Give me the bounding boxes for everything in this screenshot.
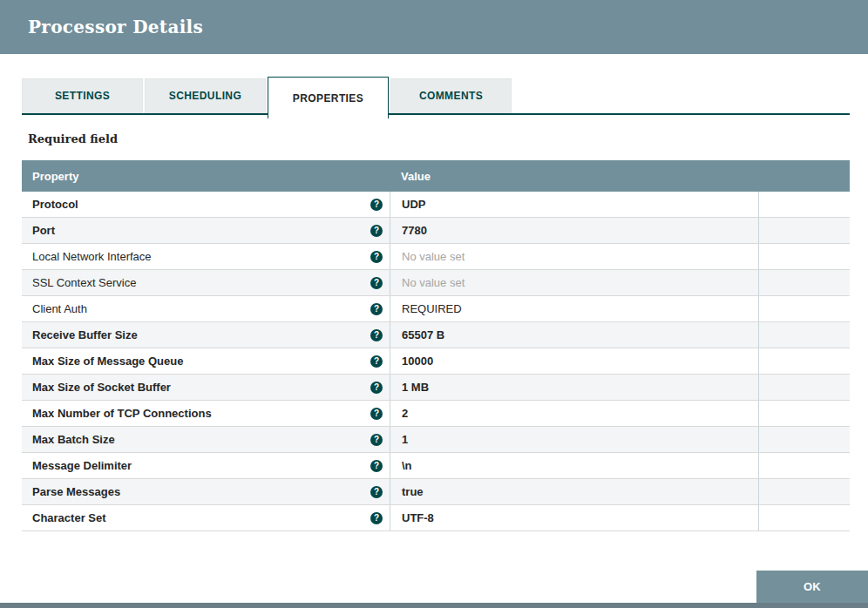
question-circle-icon[interactable]: ? [370,408,383,420]
property-extra-cell [758,296,850,321]
property-row: Parse Messages ? true [22,479,850,505]
property-row: Max Size of Message Queue ? 10000 [22,348,850,375]
property-extra-cell [758,427,850,452]
property-value-cell: true [390,479,758,504]
property-name-cell: Character Set ? [22,505,390,530]
property-name: Port [32,224,370,237]
property-row: Character Set ? UTF-8 [22,505,850,531]
property-name-cell: Protocol ? [22,192,390,217]
property-name-cell: Message Delimiter ? [22,453,390,478]
property-value-cell: 1 MB [390,375,758,400]
property-name: SSL Context Service [32,276,370,289]
property-extra-cell [758,479,850,504]
property-value-cell: REQUIRED [390,296,758,321]
question-circle-icon[interactable]: ? [370,460,383,472]
tab-properties[interactable]: PROPERTIES [268,77,389,118]
property-extra-cell [758,401,850,426]
tab-comments[interactable]: COMMENTS [390,78,512,113]
tab-bar: SETTINGS SCHEDULING PROPERTIES COMMENTS [22,77,850,118]
property-name: Max Number of TCP Connections [32,407,370,420]
tab-settings-label: SETTINGS [55,90,110,102]
question-circle-icon[interactable]: ? [370,329,383,341]
dialog-header: Processor Details [0,0,868,54]
property-value: 2 [402,407,408,420]
question-circle-icon[interactable]: ? [370,382,383,394]
property-extra-cell [758,348,850,374]
property-extra-cell [758,270,850,295]
property-name-cell: Client Auth ? [22,296,390,321]
property-row: Client Auth ? REQUIRED [22,296,850,322]
question-circle-icon[interactable]: ? [370,199,383,211]
property-value: UTF-8 [402,511,434,524]
tab-settings[interactable]: SETTINGS [22,78,143,113]
property-extra-cell [758,505,850,530]
property-value: 10000 [402,355,433,368]
property-value: No value set [402,250,465,263]
dialog-title: Processor Details [28,17,203,37]
property-extra-cell [758,192,850,217]
property-row: Local Network Interface ? No value set [22,244,850,270]
property-value-cell: UTF-8 [390,505,758,530]
property-row: Max Number of TCP Connections ? 2 [22,401,850,427]
property-row: SSL Context Service ? No value set [22,270,850,296]
property-name-cell: Port ? [22,218,390,243]
property-name: Max Size of Message Queue [32,355,370,368]
property-name: Receive Buffer Size [32,328,370,341]
property-value: 65507 B [402,328,444,341]
property-name: Client Auth [32,302,370,315]
processor-details-dialog: Processor Details SETTINGS SCHEDULING PR… [0,0,868,608]
property-value-cell: 1 [390,427,758,452]
property-value: 1 MB [402,381,429,394]
tabs: SETTINGS SCHEDULING PROPERTIES COMMENTS [22,77,850,118]
property-name-cell: Max Size of Message Queue ? [22,348,390,374]
ok-button[interactable]: OK [756,571,868,603]
property-value-cell: No value set [390,270,758,295]
required-field-note: Required field [28,132,118,145]
tab-properties-label: PROPERTIES [293,92,363,105]
property-name-cell: Receive Buffer Size ? [22,322,390,348]
property-name-cell: Parse Messages ? [22,479,390,504]
property-extra-cell [758,375,850,400]
property-value-cell: 10000 [390,348,758,374]
property-name: Parse Messages [32,485,370,498]
property-name-cell: Max Number of TCP Connections ? [22,401,390,426]
property-name: Message Delimiter [32,459,370,472]
property-column-header: Property [22,170,390,183]
property-name: Protocol [32,198,370,211]
property-value: \n [402,459,412,472]
property-value-cell: \n [390,453,758,478]
property-row: Max Batch Size ? 1 [22,427,850,453]
property-row: Protocol ? UDP [22,192,850,218]
question-circle-icon[interactable]: ? [370,512,383,524]
property-row: Receive Buffer Size ? 65507 B [22,322,850,348]
property-value-cell: 2 [390,401,758,426]
property-value: REQUIRED [402,302,462,315]
tab-underline [22,113,850,115]
properties-table-body: Protocol ? UDP Port ? 7780 Local Network… [22,192,850,531]
property-value-cell: No value set [390,244,758,269]
value-column-header: Value [390,170,758,183]
property-name: Max Batch Size [32,433,370,446]
question-circle-icon[interactable]: ? [370,355,383,368]
property-row: Message Delimiter ? \n [22,453,850,479]
question-circle-icon[interactable]: ? [370,486,383,498]
property-name-cell: Local Network Interface ? [22,244,390,269]
property-extra-cell [758,244,850,269]
properties-table-header: Property Value [22,160,850,192]
property-value: true [402,485,424,498]
question-circle-icon[interactable]: ? [370,303,383,315]
property-extra-cell [758,453,850,478]
tab-scheduling-label: SCHEDULING [169,90,241,102]
property-value: No value set [402,276,465,289]
question-circle-icon[interactable]: ? [370,251,383,263]
tab-scheduling[interactable]: SCHEDULING [145,78,266,113]
question-circle-icon[interactable]: ? [370,434,383,446]
question-circle-icon[interactable]: ? [370,277,383,289]
dialog-bottom-edge [0,603,868,608]
property-value: UDP [402,198,425,211]
property-row: Max Size of Socket Buffer ? 1 MB [22,375,850,401]
property-name-cell: Max Batch Size ? [22,427,390,452]
question-circle-icon[interactable]: ? [370,225,383,237]
property-name: Max Size of Socket Buffer [32,381,370,394]
property-row: Port ? 7780 [22,218,850,244]
